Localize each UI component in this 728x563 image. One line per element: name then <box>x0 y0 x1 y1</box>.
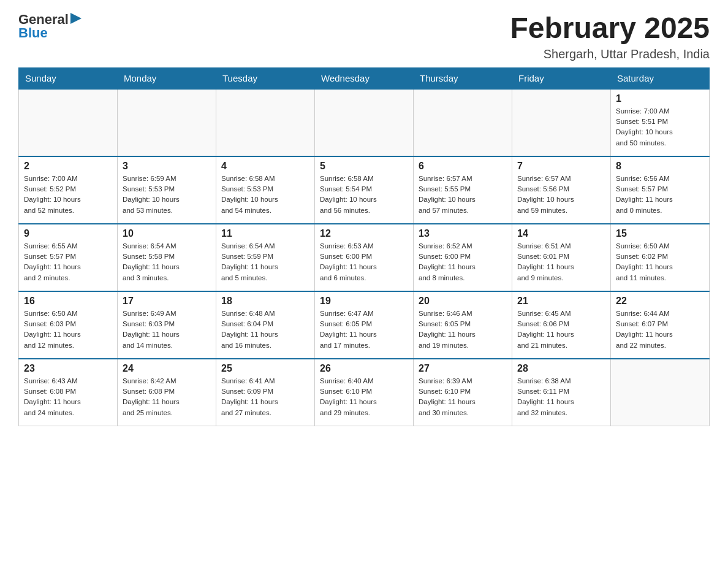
calendar-cell: 3Sunrise: 6:59 AMSunset: 5:53 PMDaylight… <box>118 156 216 224</box>
calendar-cell: 20Sunrise: 6:46 AMSunset: 6:05 PMDayligh… <box>414 291 512 359</box>
day-number: 7 <box>517 161 605 172</box>
day-number: 16 <box>24 296 112 307</box>
day-number: 22 <box>616 296 704 307</box>
day-number: 2 <box>24 161 112 172</box>
calendar-cell: 18Sunrise: 6:48 AMSunset: 6:04 PMDayligh… <box>216 291 315 359</box>
calendar-header-row: Sunday Monday Tuesday Wednesday Thursday… <box>19 67 710 89</box>
calendar-cell <box>512 89 611 156</box>
day-number: 3 <box>123 161 211 172</box>
day-info: Sunrise: 6:48 AMSunset: 6:04 PMDaylight:… <box>221 308 309 351</box>
calendar-cell: 27Sunrise: 6:39 AMSunset: 6:10 PMDayligh… <box>414 359 512 426</box>
calendar-cell <box>118 89 216 156</box>
day-number: 24 <box>123 363 211 374</box>
calendar-week-row: 9Sunrise: 6:55 AMSunset: 5:57 PMDaylight… <box>19 224 710 291</box>
col-monday: Monday <box>118 67 216 89</box>
day-info: Sunrise: 6:52 AMSunset: 6:00 PMDaylight:… <box>419 241 507 283</box>
day-number: 13 <box>419 228 507 239</box>
day-info: Sunrise: 6:54 AMSunset: 5:59 PMDaylight:… <box>221 241 309 283</box>
day-number: 12 <box>320 228 408 239</box>
calendar-cell: 22Sunrise: 6:44 AMSunset: 6:07 PMDayligh… <box>611 291 710 359</box>
logo-text-blue: Blue <box>18 26 48 40</box>
day-number: 8 <box>616 161 704 172</box>
calendar-cell: 26Sunrise: 6:40 AMSunset: 6:10 PMDayligh… <box>315 359 414 426</box>
calendar-cell: 10Sunrise: 6:54 AMSunset: 5:58 PMDayligh… <box>118 224 216 291</box>
svg-marker-0 <box>70 13 82 24</box>
day-info: Sunrise: 6:56 AMSunset: 5:57 PMDaylight:… <box>616 174 704 216</box>
day-number: 4 <box>221 161 309 172</box>
day-info: Sunrise: 6:53 AMSunset: 6:00 PMDaylight:… <box>320 241 408 283</box>
month-title: February 2025 <box>510 12 710 45</box>
calendar-cell: 23Sunrise: 6:43 AMSunset: 6:08 PMDayligh… <box>19 359 118 426</box>
calendar-cell: 6Sunrise: 6:57 AMSunset: 5:55 PMDaylight… <box>414 156 512 224</box>
calendar-cell <box>19 89 118 156</box>
col-friday: Friday <box>512 67 611 89</box>
day-info: Sunrise: 7:00 AMSunset: 5:52 PMDaylight:… <box>24 174 112 216</box>
day-info: Sunrise: 6:49 AMSunset: 6:03 PMDaylight:… <box>123 308 211 351</box>
day-number: 5 <box>320 161 408 172</box>
calendar-cell: 2Sunrise: 7:00 AMSunset: 5:52 PMDaylight… <box>19 156 118 224</box>
day-number: 21 <box>517 296 605 307</box>
day-info: Sunrise: 6:54 AMSunset: 5:58 PMDaylight:… <box>123 241 211 283</box>
day-info: Sunrise: 6:44 AMSunset: 6:07 PMDaylight:… <box>616 308 704 351</box>
calendar-cell: 1Sunrise: 7:00 AMSunset: 5:51 PMDaylight… <box>611 89 710 156</box>
calendar-cell <box>315 89 414 156</box>
calendar-cell <box>414 89 512 156</box>
calendar-week-row: 2Sunrise: 7:00 AMSunset: 5:52 PMDaylight… <box>19 156 710 224</box>
calendar-cell: 15Sunrise: 6:50 AMSunset: 6:02 PMDayligh… <box>611 224 710 291</box>
logo: General Blue <box>18 12 82 40</box>
title-area: February 2025 Shergarh, Uttar Pradesh, I… <box>510 12 710 61</box>
calendar-cell: 17Sunrise: 6:49 AMSunset: 6:03 PMDayligh… <box>118 291 216 359</box>
day-number: 28 <box>517 363 605 374</box>
calendar-cell: 4Sunrise: 6:58 AMSunset: 5:53 PMDaylight… <box>216 156 315 224</box>
calendar-cell <box>611 359 710 426</box>
day-number: 18 <box>221 296 309 307</box>
day-number: 19 <box>320 296 408 307</box>
day-number: 23 <box>24 363 112 374</box>
day-info: Sunrise: 6:47 AMSunset: 6:05 PMDaylight:… <box>320 308 408 351</box>
day-number: 14 <box>517 228 605 239</box>
day-info: Sunrise: 6:58 AMSunset: 5:53 PMDaylight:… <box>221 174 309 216</box>
day-info: Sunrise: 6:46 AMSunset: 6:05 PMDaylight:… <box>419 308 507 351</box>
calendar-cell: 28Sunrise: 6:38 AMSunset: 6:11 PMDayligh… <box>512 359 611 426</box>
day-number: 27 <box>419 363 507 374</box>
day-info: Sunrise: 7:00 AMSunset: 5:51 PMDaylight:… <box>616 106 704 148</box>
day-number: 25 <box>221 363 309 374</box>
calendar-week-row: 16Sunrise: 6:50 AMSunset: 6:03 PMDayligh… <box>19 291 710 359</box>
calendar-cell: 19Sunrise: 6:47 AMSunset: 6:05 PMDayligh… <box>315 291 414 359</box>
calendar-cell: 9Sunrise: 6:55 AMSunset: 5:57 PMDaylight… <box>19 224 118 291</box>
calendar-cell: 14Sunrise: 6:51 AMSunset: 6:01 PMDayligh… <box>512 224 611 291</box>
calendar-cell: 7Sunrise: 6:57 AMSunset: 5:56 PMDaylight… <box>512 156 611 224</box>
day-number: 9 <box>24 228 112 239</box>
calendar-cell: 12Sunrise: 6:53 AMSunset: 6:00 PMDayligh… <box>315 224 414 291</box>
day-info: Sunrise: 6:59 AMSunset: 5:53 PMDaylight:… <box>123 174 211 216</box>
day-number: 11 <box>221 228 309 239</box>
calendar-table: Sunday Monday Tuesday Wednesday Thursday… <box>18 67 710 427</box>
calendar-cell <box>216 89 315 156</box>
location-subtitle: Shergarh, Uttar Pradesh, India <box>510 47 710 61</box>
day-info: Sunrise: 6:57 AMSunset: 5:55 PMDaylight:… <box>419 174 507 216</box>
page-header: General Blue February 2025 Shergarh, Utt… <box>18 12 710 61</box>
col-wednesday: Wednesday <box>315 67 414 89</box>
col-saturday: Saturday <box>611 67 710 89</box>
calendar-cell: 16Sunrise: 6:50 AMSunset: 6:03 PMDayligh… <box>19 291 118 359</box>
day-number: 26 <box>320 363 408 374</box>
calendar-cell: 8Sunrise: 6:56 AMSunset: 5:57 PMDaylight… <box>611 156 710 224</box>
day-number: 17 <box>123 296 211 307</box>
day-number: 15 <box>616 228 704 239</box>
day-number: 6 <box>419 161 507 172</box>
day-info: Sunrise: 6:50 AMSunset: 6:03 PMDaylight:… <box>24 308 112 351</box>
calendar-cell: 11Sunrise: 6:54 AMSunset: 5:59 PMDayligh… <box>216 224 315 291</box>
col-thursday: Thursday <box>414 67 512 89</box>
day-info: Sunrise: 6:50 AMSunset: 6:02 PMDaylight:… <box>616 241 704 283</box>
calendar-week-row: 1Sunrise: 7:00 AMSunset: 5:51 PMDaylight… <box>19 89 710 156</box>
day-info: Sunrise: 6:39 AMSunset: 6:10 PMDaylight:… <box>419 376 507 418</box>
day-number: 1 <box>616 93 704 104</box>
day-info: Sunrise: 6:58 AMSunset: 5:54 PMDaylight:… <box>320 174 408 216</box>
logo-arrow-icon <box>70 13 82 24</box>
calendar-cell: 5Sunrise: 6:58 AMSunset: 5:54 PMDaylight… <box>315 156 414 224</box>
calendar-cell: 13Sunrise: 6:52 AMSunset: 6:00 PMDayligh… <box>414 224 512 291</box>
calendar-cell: 24Sunrise: 6:42 AMSunset: 6:08 PMDayligh… <box>118 359 216 426</box>
day-info: Sunrise: 6:51 AMSunset: 6:01 PMDaylight:… <box>517 241 605 283</box>
calendar-cell: 25Sunrise: 6:41 AMSunset: 6:09 PMDayligh… <box>216 359 315 426</box>
day-info: Sunrise: 6:45 AMSunset: 6:06 PMDaylight:… <box>517 308 605 351</box>
